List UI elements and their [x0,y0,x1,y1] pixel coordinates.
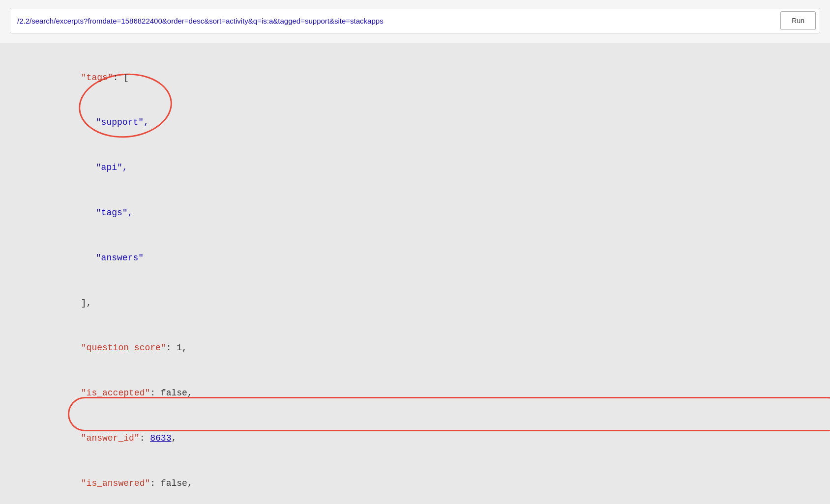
run-button[interactable]: Run [780,11,816,30]
url-input[interactable] [10,8,776,33]
tag-support-line: "support", [49,100,810,145]
tag-api-value: "api", [96,163,128,172]
question-score-key: "question_score" [81,343,166,353]
code-area: "tags": [ "support", "api", "tags", "ans… [0,43,830,504]
question-score-line: "question_score": 1, [49,326,810,371]
answer-id-link[interactable]: 8633 [150,433,171,443]
tag-api-line: "api", [49,145,810,191]
is-answered-line: "is_answered": false, [49,461,810,504]
tags-line: "tags": [ [49,55,810,100]
json-code-block: "tags": [ "support", "api", "tags", "ans… [49,55,810,504]
is-accepted-val: false, [161,388,193,398]
is-answered-val: false, [161,478,193,488]
tags-key: "tags" [81,73,113,83]
tags-close-line: ], [49,280,810,326]
is-accepted-line: "is_accepted": false, [49,370,810,416]
question-score-val: 1, [177,343,187,353]
tag-answers-value: "answers" [96,253,144,263]
answer-id-line: "answer_id": 8633, [49,416,810,461]
answer-id-key: "answer_id" [81,433,140,443]
is-accepted-key: "is_accepted" [81,388,150,398]
tag-tags-line: "tags", [49,190,810,235]
tag-support-value: "support", [96,117,149,127]
tag-answers-line: "answers" [49,235,810,280]
url-bar-container: Run [10,8,820,33]
is-answered-key: "is_answered" [81,478,150,488]
tag-tags-value: "tags", [96,208,133,218]
